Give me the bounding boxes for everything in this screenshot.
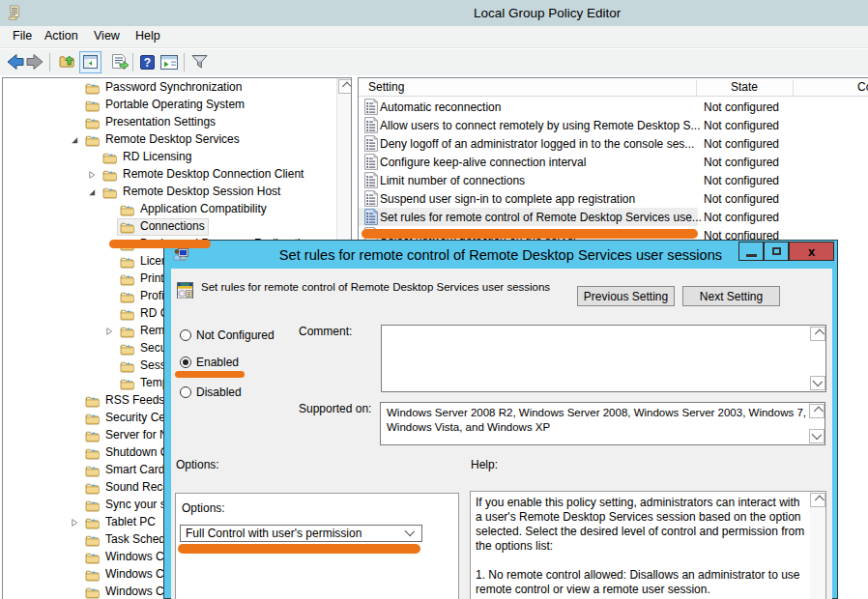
svg-text:?: ? bbox=[144, 56, 151, 70]
